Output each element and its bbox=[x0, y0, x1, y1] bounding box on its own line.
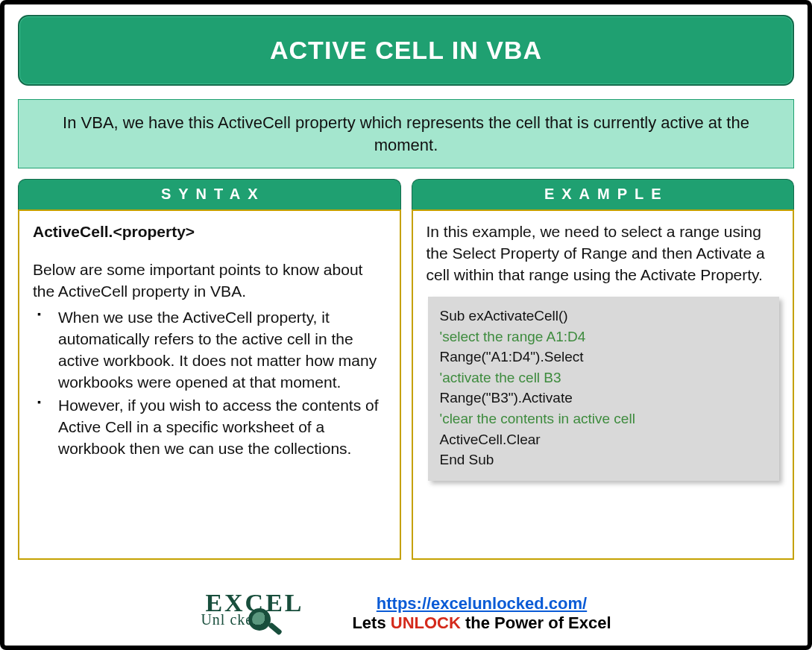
syntax-signature: ActiveCell.<property> bbox=[33, 221, 388, 243]
example-lead: In this example, we need to select a ran… bbox=[427, 221, 781, 286]
tagline: Lets UNLOCK the Power of Excel bbox=[352, 613, 611, 633]
code-comment: 'clear the contents in active cell bbox=[440, 408, 768, 429]
page-title: ACTIVE CELL IN VBA bbox=[18, 15, 794, 86]
example-tab: EXAMPLE bbox=[412, 179, 795, 209]
syntax-tab: SYNTAX bbox=[18, 179, 401, 209]
code-line: Range("B3").Activate bbox=[440, 388, 768, 408]
syntax-bullet: However, if you wish to access the conte… bbox=[51, 395, 388, 460]
syntax-bullet: When we use the ActiveCell property, it … bbox=[51, 307, 388, 394]
tagline-highlight: UNLOCK bbox=[391, 613, 461, 632]
code-block: Sub exActivateCell() 'select the range A… bbox=[428, 297, 780, 480]
intro-text: In VBA, we have this ActiveCell property… bbox=[18, 99, 794, 168]
example-column: EXAMPLE In this example, we need to sele… bbox=[412, 179, 795, 560]
document-frame: ACTIVE CELL IN VBA In VBA, we have this … bbox=[0, 0, 812, 650]
code-line: End Sub bbox=[440, 449, 768, 470]
site-link[interactable]: https://excelunlocked.com/ bbox=[377, 594, 587, 613]
syntax-column: SYNTAX ActiveCell.<property> Below are s… bbox=[18, 179, 401, 560]
code-line: Range("A1:D4").Select bbox=[440, 347, 768, 367]
magnifier-handle-icon bbox=[268, 622, 283, 635]
magnifier-icon bbox=[248, 608, 271, 631]
syntax-lead: Below are some important points to know … bbox=[33, 259, 388, 303]
code-line: ActiveCell.Clear bbox=[440, 429, 768, 450]
code-line: Sub exActivateCell() bbox=[440, 306, 768, 326]
tagline-post: the Power of Excel bbox=[465, 613, 611, 632]
code-comment: 'activate the cell B3 bbox=[440, 367, 768, 388]
example-panel: In this example, we need to select a ran… bbox=[412, 209, 795, 560]
two-column-layout: SYNTAX ActiveCell.<property> Below are s… bbox=[18, 179, 794, 560]
excel-unlocked-logo: EXCEL Unl cked bbox=[201, 590, 339, 637]
footer: EXCEL Unl cked https://excelunlocked.com… bbox=[4, 590, 808, 641]
code-comment: 'select the range A1:D4 bbox=[440, 326, 768, 347]
footer-text-block: https://excelunlocked.com/ Lets UNLOCK t… bbox=[352, 594, 611, 633]
syntax-bullets: When we use the ActiveCell property, it … bbox=[33, 307, 388, 460]
tagline-pre: Lets bbox=[352, 613, 390, 632]
syntax-panel: ActiveCell.<property> Below are some imp… bbox=[18, 209, 401, 560]
